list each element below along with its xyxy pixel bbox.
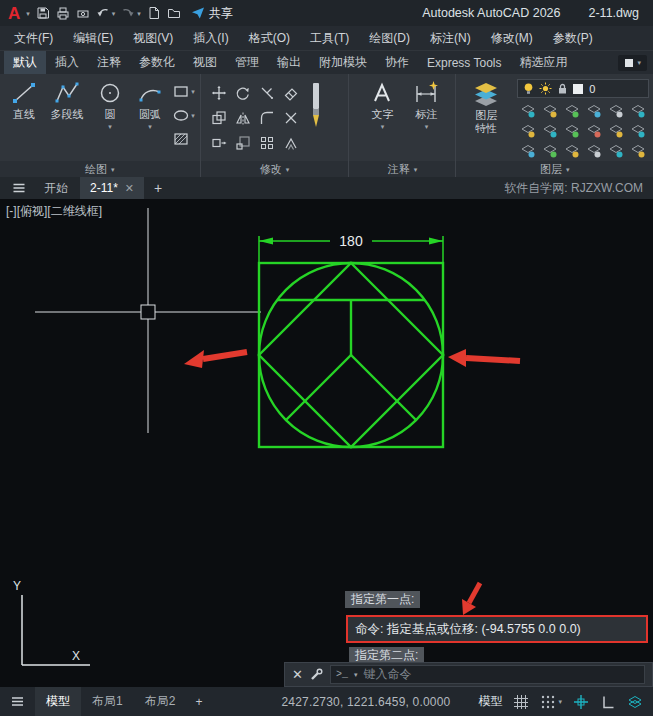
prompt-icon[interactable]: >_ <box>336 669 348 680</box>
layout-tab-model[interactable]: 模型 <box>35 687 81 716</box>
ribbon-tab-output[interactable]: 输出 <box>268 51 310 75</box>
menu-tools[interactable]: 工具(T) <box>300 26 359 50</box>
undo-button[interactable]: ▾ <box>96 6 116 20</box>
layer-tool-icon[interactable] <box>561 101 583 121</box>
layer-tool-icon[interactable] <box>517 101 539 121</box>
menu-edit[interactable]: 编辑(E) <box>63 26 123 50</box>
ellipse-tool[interactable]: ▾ <box>173 107 195 123</box>
layer-properties-button[interactable]: 图层 特性 <box>460 79 512 161</box>
scale-tool[interactable] <box>231 130 255 155</box>
layer-tool-icon[interactable] <box>561 141 583 161</box>
circle-tool[interactable]: 圆 ▾ <box>90 80 130 130</box>
layout-tab-layout1[interactable]: 布局1 <box>81 687 134 716</box>
drawing-viewport[interactable]: 180 Y X [-][俯视][二维线框] 指定第一 <box>0 199 653 716</box>
menu-view[interactable]: 视图(V) <box>123 26 183 50</box>
file-tab-start[interactable]: 开始 <box>34 177 78 199</box>
ribbon-tab-home[interactable]: 默认 <box>4 51 46 75</box>
geometry[interactable] <box>259 263 443 447</box>
ribbon-tab-featured[interactable]: 精选应用 <box>510 51 576 75</box>
chevron-down-icon[interactable]: ▾ <box>108 123 112 130</box>
array-tool[interactable] <box>255 130 279 155</box>
menu-dimension[interactable]: 标注(N) <box>420 26 481 50</box>
layer-tool-icon[interactable] <box>517 141 539 161</box>
explode-tool[interactable] <box>279 105 303 130</box>
mirror-tool[interactable] <box>231 105 255 130</box>
layer-tool-icon[interactable] <box>561 121 583 141</box>
ribbon-tab-parametric[interactable]: 参数化 <box>130 51 184 75</box>
match-properties-tool[interactable] <box>308 80 324 155</box>
polyline-tool[interactable]: 多段线 <box>44 80 90 130</box>
ribbon-tab-collaborate[interactable]: 协作 <box>376 51 418 75</box>
ribbon-tab-manage[interactable]: 管理 <box>226 51 268 75</box>
menu-draw[interactable]: 绘图(D) <box>359 26 420 50</box>
file-tab-drawing[interactable]: 2-11*✕ <box>80 177 144 199</box>
menu-insert[interactable]: 插入(I) <box>183 26 238 50</box>
layer-tool-icon[interactable] <box>605 121 627 141</box>
isolate-objects-toggle-icon[interactable] <box>627 694 643 710</box>
close-icon[interactable]: ✕ <box>292 668 303 681</box>
layer-tool-icon[interactable] <box>539 141 561 161</box>
dimension-tool[interactable]: 标注 ▾ <box>406 80 446 130</box>
menu-format[interactable]: 格式(O) <box>239 26 300 50</box>
layer-select[interactable]: 0 <box>517 79 649 98</box>
layout-tab-layout2[interactable]: 布局2 <box>134 687 187 716</box>
trim-tool[interactable] <box>255 80 279 105</box>
hatch-tool[interactable] <box>173 131 195 147</box>
print-preview-button[interactable] <box>76 6 90 20</box>
ribbon-tab-annotate[interactable]: 注释 <box>88 51 130 75</box>
hamburger-menu-icon[interactable] <box>6 181 32 195</box>
chevron-down-icon[interactable]: ▾ <box>112 10 116 17</box>
chevron-down-icon[interactable]: ▾ <box>425 123 429 130</box>
close-icon[interactable]: ✕ <box>125 182 134 195</box>
layer-tool-icon[interactable] <box>539 121 561 141</box>
chevron-down-icon[interactable]: ▾ <box>381 123 385 130</box>
move-tool[interactable] <box>207 80 231 105</box>
ribbon-display-toggle[interactable]: ▾ <box>618 55 647 71</box>
customize-wrench-icon[interactable] <box>310 668 323 681</box>
copy-tool[interactable] <box>207 105 231 130</box>
stretch-tool[interactable] <box>207 130 231 155</box>
draw-panel-label[interactable]: 绘图▾ <box>0 161 200 177</box>
ribbon-tab-view[interactable]: 视图 <box>184 51 226 75</box>
erase-tool[interactable] <box>279 80 303 105</box>
layer-tool-icon[interactable] <box>605 141 627 161</box>
text-tool[interactable]: 文字 ▾ <box>362 80 402 130</box>
new-tab-button[interactable]: + <box>146 180 170 196</box>
menu-parametric[interactable]: 参数(P) <box>543 26 603 50</box>
line-tool[interactable]: 直线 <box>4 80 44 130</box>
open-file-button[interactable] <box>167 6 181 20</box>
ribbon-tab-express[interactable]: Express Tools <box>418 51 510 75</box>
layer-tool-icon[interactable] <box>539 101 561 121</box>
chevron-down-icon[interactable]: ▾ <box>26 10 30 17</box>
chevron-down-icon[interactable]: ▾ <box>354 671 358 678</box>
offset-tool[interactable] <box>279 130 303 155</box>
viewport-controls[interactable]: [-][俯视][二维线框] <box>6 203 102 220</box>
save-button[interactable] <box>36 6 50 20</box>
dynamic-input-toggle-icon[interactable] <box>573 694 589 710</box>
snap-toggle[interactable]: ▾ <box>540 694 562 710</box>
annotate-panel-label[interactable]: 注释▾ <box>349 161 455 177</box>
model-space-toggle[interactable]: 模型 <box>478 693 502 710</box>
layer-tool-icon[interactable] <box>517 121 539 141</box>
menu-modify[interactable]: 修改(M) <box>481 26 543 50</box>
chevron-down-icon[interactable]: ▾ <box>148 123 152 130</box>
redo-button[interactable]: ▾ <box>121 6 141 20</box>
menu-file[interactable]: 文件(F) <box>4 26 63 50</box>
ribbon-tab-insert[interactable]: 插入 <box>46 51 88 75</box>
modify-panel-label[interactable]: 修改▾ <box>201 161 349 177</box>
new-layout-button[interactable]: + <box>186 695 211 709</box>
new-file-button[interactable] <box>147 6 161 20</box>
layer-tool-icon[interactable] <box>627 121 649 141</box>
rotate-tool[interactable] <box>231 80 255 105</box>
layer-tool-icon[interactable] <box>583 121 605 141</box>
layers-panel-label[interactable]: 图层▾ <box>456 161 653 177</box>
layer-tool-icon[interactable] <box>627 141 649 161</box>
hamburger-menu-icon[interactable] <box>0 694 35 709</box>
dimension-annotation[interactable]: 180 <box>259 232 443 263</box>
autocad-logo-icon[interactable]: A <box>8 5 20 22</box>
layer-tool-icon[interactable] <box>583 101 605 121</box>
fillet-tool[interactable] <box>255 105 279 130</box>
layer-tool-icon[interactable] <box>627 101 649 121</box>
layer-tool-icon[interactable] <box>605 101 627 121</box>
ortho-toggle-icon[interactable] <box>600 694 616 710</box>
